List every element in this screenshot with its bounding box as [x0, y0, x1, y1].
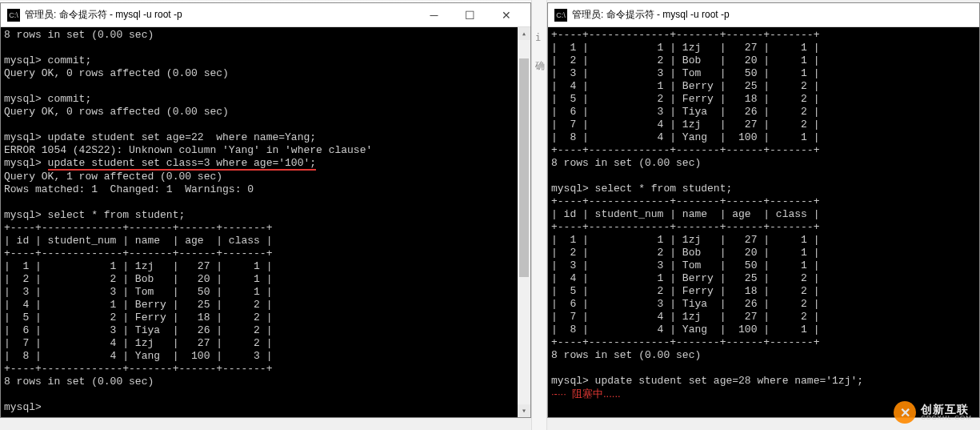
table-row: | 4 | 1 | Berry | 25 | 2 | [551, 80, 819, 92]
watermark: ✕ 创新互联 CDCXHL.COM [894, 401, 972, 424]
terminal-output[interactable]: +----+-------------+-------+------+-----… [548, 27, 979, 417]
table-row: | 6 | 3 | Tiya | 26 | 2 | [4, 324, 272, 336]
table-row: | 3 | 3 | Tom | 50 | 1 | [551, 67, 819, 79]
table-row: | 2 | 2 | Bob | 20 | 1 | [551, 247, 819, 259]
out-line: mysql> update student set age=22 where n… [4, 131, 316, 143]
table-row: | 5 | 2 | Ferry | 18 | 2 | [551, 285, 819, 297]
terminal-output[interactable]: 8 rows in set (0.00 sec) mysql> commit; … [1, 27, 530, 417]
table-row: | 6 | 3 | Tiya | 26 | 2 | [551, 106, 819, 118]
watermark-text: 创新互联 CDCXHL.COM [921, 404, 972, 421]
table-row: | 8 | 4 | Yang | 100 | 3 | [4, 350, 272, 362]
highlighted-command: update student set class=3 where age='10… [48, 158, 316, 171]
table-row: | 7 | 4 | 1zj | 27 | 2 | [551, 119, 819, 131]
watermark-logo-icon: ✕ [894, 401, 916, 424]
table-row: | 3 | 3 | Tom | 50 | 1 | [551, 259, 819, 271]
close-button[interactable]: ✕ [488, 4, 524, 26]
table-row: | 3 | 3 | Tom | 50 | 1 | [4, 286, 272, 298]
annotation-prefix: ·-··· [551, 388, 572, 400]
table-row: | 7 | 4 | 1zj | 27 | 2 | [4, 337, 272, 349]
titlebar[interactable]: C:\ 管理员: 命令提示符 - mysql -u root -p [548, 3, 979, 27]
window-title: 管理员: 命令提示符 - mysql -u root -p [25, 8, 416, 22]
out-line: mysql> commit; [4, 54, 91, 66]
table-row: | 1 | 1 | 1zj | 27 | 1 | [551, 234, 819, 246]
table-row: | 4 | 1 | Berry | 25 | 2 | [4, 299, 272, 311]
table-header: | id | student_num | name | age | class … [551, 208, 819, 220]
watermark-py: CDCXHL.COM [921, 415, 972, 421]
table-row: | 1 | 1 | 1zj | 27 | 1 | [4, 260, 272, 272]
window-controls: ─ ☐ ✕ [416, 4, 524, 26]
annotation-blocking: 阻塞中...... [572, 388, 621, 400]
watermark-cn: 创新互联 [921, 404, 972, 415]
out-line: mysql> select * from student; [4, 209, 185, 221]
background-strip: i 确 [531, 0, 547, 430]
table-sep: +----+-------------+-------+------+-----… [551, 195, 819, 207]
table-sep: +----+-------------+-------+------+-----… [551, 29, 819, 41]
out-line: Query OK, 0 rows affected (0.00 sec) [4, 106, 229, 118]
out-line: mysql> select * from student; [551, 183, 732, 195]
titlebar[interactable]: C:\ 管理员: 命令提示符 - mysql -u root -p ─ ☐ ✕ [1, 3, 530, 27]
out-line: 8 rows in set (0.00 sec) [4, 376, 154, 388]
app-icon: C:\ [7, 9, 20, 22]
out-line: ERROR 1054 (42S22): Unknown column 'Yang… [4, 144, 372, 156]
table-row: | 2 | 2 | Bob | 20 | 1 | [551, 54, 819, 66]
table-header: | id | student_num | name | age | class … [4, 235, 272, 247]
scroll-down-icon[interactable]: ▾ [518, 404, 530, 417]
scroll-thumb[interactable] [519, 58, 529, 277]
out-line: Query OK, 0 rows affected (0.00 sec) [4, 67, 229, 79]
table-row: | 8 | 4 | Yang | 100 | 1 | [551, 324, 819, 336]
table-sep: +----+-------------+-------+------+-----… [4, 247, 272, 259]
table-sep: +----+-------------+-------+------+-----… [4, 363, 272, 375]
table-sep: +----+-------------+-------+------+-----… [4, 222, 272, 234]
table-row: | 1 | 1 | 1zj | 27 | 1 | [551, 42, 819, 54]
maximize-button[interactable]: ☐ [452, 4, 488, 26]
out-line: 8 rows in set (0.00 sec) [551, 349, 701, 361]
out-line: mysql> [4, 157, 48, 169]
scroll-up-icon[interactable]: ▴ [518, 27, 530, 40]
terminal-window-right: C:\ 管理员: 命令提示符 - mysql -u root -p +----+… [547, 2, 980, 418]
table-sep: +----+-------------+-------+------+-----… [551, 221, 819, 233]
out-line: mysql> update student set age=28 where n… [551, 375, 863, 387]
table-sep: +----+-------------+-------+------+-----… [551, 144, 819, 156]
window-title: 管理员: 命令提示符 - mysql -u root -p [572, 8, 973, 22]
table-row: | 6 | 3 | Tiya | 26 | 2 | [551, 298, 819, 310]
minimize-button[interactable]: ─ [416, 4, 452, 26]
table-row: | 5 | 2 | Ferry | 18 | 2 | [551, 93, 819, 105]
table-sep: +----+-------------+-------+------+-----… [551, 336, 819, 348]
out-line: Rows matched: 1 Changed: 1 Warnings: 0 [4, 183, 254, 195]
app-icon: C:\ [554, 9, 567, 22]
prompt[interactable]: mysql> [4, 401, 42, 413]
table-row: | 4 | 1 | Berry | 25 | 2 | [551, 272, 819, 284]
out-line: 8 rows in set (0.00 sec) [4, 29, 154, 41]
terminal-window-left: C:\ 管理员: 命令提示符 - mysql -u root -p ─ ☐ ✕ … [0, 2, 531, 418]
scrollbar[interactable]: ▴ ▾ [518, 27, 530, 417]
table-row: | 5 | 2 | Ferry | 18 | 2 | [4, 311, 272, 324]
table-row: | 8 | 4 | Yang | 100 | 1 | [551, 131, 819, 143]
out-line: mysql> commit; [4, 93, 91, 105]
table-row: | 2 | 2 | Bob | 20 | 1 | [4, 273, 272, 285]
table-row: | 7 | 4 | 1zj | 27 | 2 | [551, 311, 819, 323]
out-line: Query OK, 1 row affected (0.00 sec) [4, 171, 222, 183]
out-line: 8 rows in set (0.00 sec) [551, 157, 701, 169]
scroll-track[interactable] [518, 40, 530, 404]
